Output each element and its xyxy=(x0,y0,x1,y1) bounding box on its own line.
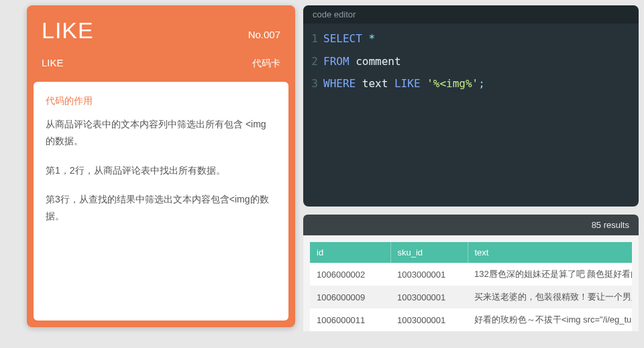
cell-text: 买来送老婆的，包装很精致！要让一个男人去 xyxy=(468,286,632,308)
results-summary: 85 results xyxy=(303,215,639,235)
card-paragraph: 从商品评论表中的文本内容列中筛选出所有包含 <img 的数据。 xyxy=(46,116,276,150)
cell-text: 132唇色深的姐妹还是算了吧 颜色挺好看的 xyxy=(468,263,632,286)
cell-id: 1006000009 xyxy=(310,286,390,308)
col-header-text[interactable]: text xyxy=(468,242,632,263)
line-number: 1 xyxy=(303,27,318,50)
table-row[interactable]: 1006000009 1003000001 买来送老婆的，包装很精致！要让一个男… xyxy=(310,286,632,308)
card-number: No.007 xyxy=(248,29,280,40)
results-table: id sku_id text 1006000002 1003000001 132… xyxy=(310,242,632,331)
table-header-row: id sku_id text xyxy=(310,242,632,263)
cell-id: 1006000011 xyxy=(310,308,390,331)
card-subtitle: LIKE xyxy=(42,57,64,68)
code-editor[interactable]: code editor 1 2 3 SELECT *FROM commentWH… xyxy=(303,5,639,207)
results-panel: 85 results id sku_id text xyxy=(303,215,639,331)
cell-sku: 1003000001 xyxy=(390,308,468,331)
cell-sku: 1003000001 xyxy=(390,286,468,308)
table-row[interactable]: 1006000002 1003000001 132唇色深的姐妹还是算了吧 颜色挺… xyxy=(310,263,632,286)
results-table-wrap: id sku_id text 1006000002 1003000001 132… xyxy=(303,235,639,331)
info-card: LIKE No.007 LIKE 代码卡 代码的作用 从商品评论表中的文本内容列… xyxy=(27,5,295,327)
right-pane: code editor 1 2 3 SELECT *FROM commentWH… xyxy=(303,0,644,348)
card-paragraph: 第3行，从查找的结果中筛选出文本内容包含<img的数据。 xyxy=(46,191,276,225)
editor-title: code editor xyxy=(303,5,639,23)
card-body: 代码的作用 从商品评论表中的文本内容列中筛选出所有包含 <img 的数据。 第1… xyxy=(34,82,288,321)
card-header: LIKE No.007 LIKE 代码卡 xyxy=(27,5,295,75)
line-number: 3 xyxy=(303,72,318,95)
editor-body[interactable]: 1 2 3 SELECT *FROM commentWHERE text LIK… xyxy=(303,23,639,207)
line-number: 2 xyxy=(303,50,318,73)
cell-id: 1006000002 xyxy=(310,263,390,286)
code-area[interactable]: SELECT *FROM commentWHERE text LIKE '%<i… xyxy=(323,27,639,207)
code-line[interactable]: SELECT * xyxy=(323,27,639,50)
col-header-sku[interactable]: sku_id xyxy=(390,242,468,263)
card-tag: 代码卡 xyxy=(252,58,280,70)
code-line[interactable]: WHERE text LIKE '%<img%'; xyxy=(323,72,639,95)
code-line[interactable]: FROM comment xyxy=(323,50,639,73)
cell-text: 好看的玫粉色～不拔干<img src="/i/eg_tuli xyxy=(468,308,632,331)
table-row[interactable]: 1006000011 1003000001 好看的玫粉色～不拔干<img src… xyxy=(310,308,632,331)
app-root: LIKE No.007 LIKE 代码卡 代码的作用 从商品评论表中的文本内容列… xyxy=(0,0,644,348)
card-title: LIKE xyxy=(42,17,94,44)
card-paragraph: 第1，2行，从商品评论表中找出所有数据。 xyxy=(46,162,276,179)
section-title: 代码的作用 xyxy=(46,93,276,109)
cell-sku: 1003000001 xyxy=(390,263,468,286)
col-header-id[interactable]: id xyxy=(310,242,390,263)
line-gutter: 1 2 3 xyxy=(303,27,323,207)
